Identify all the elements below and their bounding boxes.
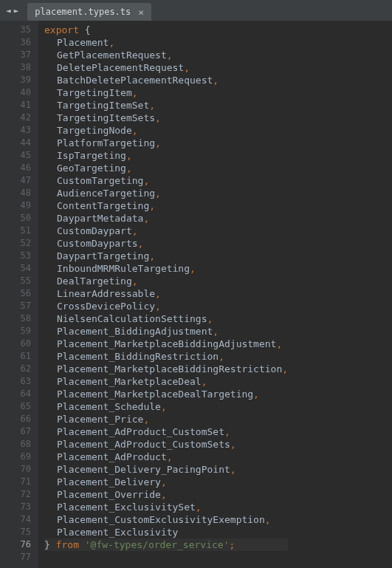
line-number: 66 (0, 413, 31, 425)
line-number: 47 (0, 174, 31, 187)
code-line[interactable]: CustomDayparts, (44, 237, 288, 250)
code-line[interactable]: BatchDeletePlacementRequest, (44, 74, 288, 86)
line-number: 38 (0, 61, 31, 74)
code-line[interactable]: Placement_Schedule, (44, 400, 288, 413)
line-number: 55 (0, 275, 31, 287)
line-number: 70 (0, 463, 31, 476)
code-line[interactable] (44, 551, 288, 564)
code-line[interactable]: Placement_BiddingAdjustment, (44, 325, 288, 338)
code-line[interactable]: Placement_CustomExclusivityExemption, (44, 513, 288, 526)
code-line[interactable]: GeoTargeting, (44, 162, 288, 174)
code-line[interactable]: GetPlacementRequest, (44, 49, 288, 61)
code-line[interactable]: LinearAddressable, (44, 287, 288, 300)
line-number: 76 (0, 538, 31, 551)
code-line[interactable]: CrossDevicePolicy, (44, 300, 288, 312)
code-line[interactable]: TargetingItem, (44, 86, 288, 99)
code-line[interactable]: export { (44, 24, 288, 36)
code-line[interactable]: DeletePlacementRequest, (44, 61, 288, 74)
line-number: 37 (0, 49, 31, 61)
nav-arrows: ◄ ► (6, 6, 18, 16)
code-line[interactable]: AudienceTargeting, (44, 187, 288, 199)
code-line[interactable]: Placement_ExclusivitySet, (44, 501, 288, 513)
line-number: 57 (0, 300, 31, 312)
line-number: 52 (0, 237, 31, 250)
line-number: 60 (0, 338, 31, 350)
line-number: 62 (0, 363, 31, 375)
line-number: 75 (0, 526, 31, 538)
line-number: 73 (0, 501, 31, 513)
code-line[interactable]: Placement_MarketplaceBiddingAdjustment, (44, 338, 288, 350)
line-number: 40 (0, 86, 31, 99)
line-number: 41 (0, 99, 31, 112)
code-line[interactable]: Placement_MarketplaceBiddingRestriction, (44, 363, 288, 375)
line-number: 74 (0, 513, 31, 526)
line-number: 53 (0, 250, 31, 262)
line-number: 65 (0, 400, 31, 413)
code-line[interactable]: InboundMRMRuleTargeting, (44, 262, 288, 275)
line-number: 44 (0, 137, 31, 149)
line-number: 63 (0, 375, 31, 388)
nav-back-icon[interactable]: ◄ (6, 6, 11, 16)
code-line[interactable]: Placement_MarketplaceDeal, (44, 375, 288, 388)
code-line[interactable]: Placement_Delivery_PacingPoint, (44, 463, 288, 476)
line-number: 68 (0, 438, 31, 451)
code-line[interactable]: IspTargeting, (44, 149, 288, 162)
code-line[interactable]: TargetingNode, (44, 124, 288, 137)
code-line[interactable]: DaypartMetadata, (44, 212, 288, 225)
line-number: 61 (0, 350, 31, 363)
line-number: 67 (0, 425, 31, 438)
line-number: 54 (0, 262, 31, 275)
line-number: 48 (0, 187, 31, 199)
code-line[interactable]: Placement_BiddingRestriction, (44, 350, 288, 363)
line-number: 58 (0, 312, 31, 325)
line-number: 42 (0, 112, 31, 124)
line-number: 69 (0, 451, 31, 463)
title-bar: ◄ ► placement.types.ts × (0, 0, 392, 21)
line-number: 59 (0, 325, 31, 338)
line-number: 43 (0, 124, 31, 137)
code-line[interactable]: PlatformTargeting, (44, 137, 288, 149)
line-number: 51 (0, 225, 31, 237)
editor: 3536373839404142434445464748495051525354… (0, 21, 392, 568)
nav-forward-icon[interactable]: ► (14, 6, 19, 16)
code-line[interactable]: Placement_Override, (44, 488, 288, 501)
code-line[interactable]: Placement_Price, (44, 413, 288, 425)
code-area[interactable]: export {Placement,GetPlacementRequest,De… (38, 21, 288, 568)
code-line[interactable]: Placement_MarketplaceDealTargeting, (44, 388, 288, 400)
code-line[interactable]: DaypartTargeting, (44, 250, 288, 262)
code-line[interactable]: Placement_AdProduct, (44, 451, 288, 463)
file-tab[interactable]: placement.types.ts × (27, 3, 151, 21)
line-number: 77 (0, 551, 31, 564)
code-line[interactable]: TargetingItemSets, (44, 112, 288, 124)
code-line[interactable]: DealTargeting, (44, 275, 288, 287)
line-number: 50 (0, 212, 31, 225)
line-number: 46 (0, 162, 31, 174)
code-line[interactable]: TargetingItemSet, (44, 99, 288, 112)
code-line[interactable]: NielsenCalculationSettings, (44, 312, 288, 325)
code-line[interactable]: Placement_Exclusivity (44, 526, 288, 538)
code-line[interactable]: Placement_AdProduct_CustomSets, (44, 438, 288, 451)
line-number: 35 (0, 24, 31, 36)
line-number: 45 (0, 149, 31, 162)
line-number: 39 (0, 74, 31, 86)
line-number: 36 (0, 36, 31, 49)
code-line[interactable]: } from '@fw-types/order_service'; (44, 538, 288, 551)
code-line[interactable]: ContentTargeting, (44, 199, 288, 212)
code-line[interactable]: CustomTargeting, (44, 174, 288, 187)
code-line[interactable]: Placement_Delivery, (44, 476, 288, 488)
line-number: 64 (0, 388, 31, 400)
code-line[interactable]: Placement_AdProduct_CustomSet, (44, 425, 288, 438)
line-number-gutter: 3536373839404142434445464748495051525354… (0, 21, 38, 568)
line-number: 72 (0, 488, 31, 501)
line-number: 71 (0, 476, 31, 488)
tab-filename: placement.types.ts (35, 7, 131, 17)
line-number: 56 (0, 287, 31, 300)
code-line[interactable]: CustomDaypart, (44, 225, 288, 237)
code-line[interactable]: Placement, (44, 36, 288, 49)
line-number: 49 (0, 199, 31, 212)
close-icon[interactable]: × (138, 7, 144, 18)
